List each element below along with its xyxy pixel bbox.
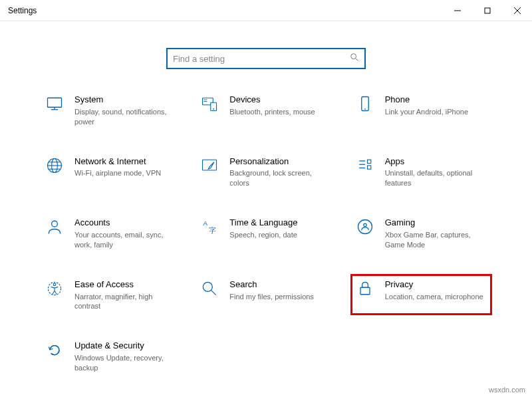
tile-desc: Find my files, permissions <box>229 292 314 302</box>
svg-point-33 <box>53 283 56 286</box>
tile-network[interactable]: Network & InternetWi-Fi, airplane mode, … <box>40 151 182 193</box>
tile-personalization[interactable]: PersonalizationBackground, lock screen, … <box>195 151 336 193</box>
tile-title: Accounts <box>74 217 174 229</box>
tile-phone[interactable]: PhoneLink your Android, iPhone <box>350 89 492 131</box>
tile-time[interactable]: A字Time & LanguageSpeech, region, date <box>195 212 336 254</box>
maximize-button[interactable] <box>472 0 502 21</box>
ease-icon <box>44 278 65 299</box>
window-title: Settings <box>8 6 37 15</box>
svg-text:A: A <box>203 219 208 227</box>
tile-privacy[interactable]: PrivacyLocation, camera, microphone <box>350 274 492 316</box>
tile-system[interactable]: SystemDisplay, sound, notifications, pow… <box>40 89 182 131</box>
devices-icon <box>199 93 220 114</box>
tile-title: Network & Internet <box>74 156 161 168</box>
tile-accounts[interactable]: AccountsYour accounts, email, sync, work… <box>40 212 182 254</box>
tile-desc: Display, sound, notifications, power <box>74 107 174 127</box>
update-icon <box>44 339 65 360</box>
tile-text: AccountsYour accounts, email, sync, work… <box>74 216 174 250</box>
tile-title: Personalization <box>229 156 329 168</box>
tile-desc: Windows Update, recovery, backup <box>74 353 174 373</box>
system-icon <box>44 93 65 114</box>
svg-rect-6 <box>48 98 62 107</box>
search-container <box>0 48 532 69</box>
settings-grid: SystemDisplay, sound, notifications, pow… <box>0 89 532 377</box>
search-box[interactable] <box>166 48 366 69</box>
watermark: wsxdn.com <box>489 386 525 394</box>
tile-text: PersonalizationBackground, lock screen, … <box>229 155 329 189</box>
tile-title: Apps <box>385 156 485 168</box>
search-input[interactable] <box>173 54 350 64</box>
tile-desc: Xbox Game Bar, captures, Game Mode <box>385 230 485 250</box>
tile-apps[interactable]: AppsUninstall, defaults, optional featur… <box>350 151 492 193</box>
svg-point-34 <box>203 282 213 291</box>
tile-title: Ease of Access <box>74 279 174 291</box>
svg-rect-36 <box>360 287 370 295</box>
tile-desc: Narrator, magnifier, high contrast <box>74 292 174 312</box>
tile-text: DevicesBluetooth, printers, mouse <box>229 93 315 117</box>
tile-text: SystemDisplay, sound, notifications, pow… <box>74 93 174 127</box>
svg-point-27 <box>52 221 58 227</box>
tile-title: Time & Language <box>229 217 297 229</box>
minimize-icon <box>454 7 461 14</box>
tile-title: Search <box>229 279 314 291</box>
minimize-button[interactable] <box>442 0 472 21</box>
tile-text: PrivacyLocation, camera, microphone <box>385 278 483 302</box>
window-controls <box>442 0 532 21</box>
accounts-icon <box>44 216 65 237</box>
svg-rect-1 <box>485 8 490 13</box>
tile-title: Phone <box>385 94 468 106</box>
tile-text: SearchFind my files, permissions <box>229 278 314 302</box>
tile-gaming[interactable]: GamingXbox Game Bar, captures, Game Mode <box>350 212 492 254</box>
tile-text: PhoneLink your Android, iPhone <box>385 93 468 117</box>
tile-devices[interactable]: DevicesBluetooth, printers, mouse <box>195 89 336 131</box>
tile-title: Gaming <box>385 217 485 229</box>
svg-point-4 <box>351 54 356 59</box>
close-button[interactable] <box>502 0 532 21</box>
tile-text: Network & InternetWi-Fi, airplane mode, … <box>74 155 161 179</box>
tile-desc: Speech, region, date <box>229 230 297 240</box>
tile-text: AppsUninstall, defaults, optional featur… <box>385 155 485 189</box>
tile-text: Update & SecurityWindows Update, recover… <box>74 339 174 373</box>
tile-title: System <box>74 94 174 106</box>
tile-desc: Background, lock screen, colors <box>229 168 329 188</box>
tile-desc: Your accounts, email, sync, work, family <box>74 230 174 250</box>
network-icon <box>44 155 65 176</box>
svg-point-15 <box>364 108 366 110</box>
tile-desc: Bluetooth, printers, mouse <box>229 107 315 117</box>
tile-search[interactable]: SearchFind my files, permissions <box>195 274 336 316</box>
svg-rect-26 <box>367 166 370 169</box>
svg-text:字: 字 <box>209 226 216 234</box>
search-icon <box>350 53 359 65</box>
svg-rect-25 <box>367 160 370 163</box>
tile-desc: Location, camera, microphone <box>385 292 483 302</box>
tile-text: Ease of AccessNarrator, magnifier, high … <box>74 278 174 312</box>
tile-desc: Link your Android, iPhone <box>385 107 468 117</box>
tile-ease[interactable]: Ease of AccessNarrator, magnifier, high … <box>40 274 182 316</box>
time-icon: A字 <box>199 216 220 237</box>
tile-update[interactable]: Update & SecurityWindows Update, recover… <box>40 335 182 377</box>
svg-point-31 <box>363 223 366 226</box>
svg-line-35 <box>211 290 216 295</box>
privacy-icon <box>354 278 376 299</box>
tile-text: Time & LanguageSpeech, region, date <box>229 216 297 240</box>
tile-desc: Wi-Fi, airplane mode, VPN <box>74 168 161 178</box>
tile-title: Privacy <box>385 279 483 291</box>
maximize-icon <box>484 7 491 14</box>
tile-desc: Uninstall, defaults, optional features <box>385 168 485 188</box>
tile-title: Update & Security <box>74 340 174 352</box>
svg-line-5 <box>356 59 358 61</box>
search-icon <box>199 278 220 299</box>
tile-text: GamingXbox Game Bar, captures, Game Mode <box>385 216 485 250</box>
apps-icon <box>354 155 376 176</box>
svg-point-13 <box>213 108 215 110</box>
titlebar: Settings <box>0 0 532 21</box>
close-icon <box>514 7 521 14</box>
phone-icon <box>354 93 376 114</box>
tile-title: Devices <box>229 94 315 106</box>
gaming-icon <box>354 216 376 237</box>
personalization-icon <box>199 155 220 176</box>
